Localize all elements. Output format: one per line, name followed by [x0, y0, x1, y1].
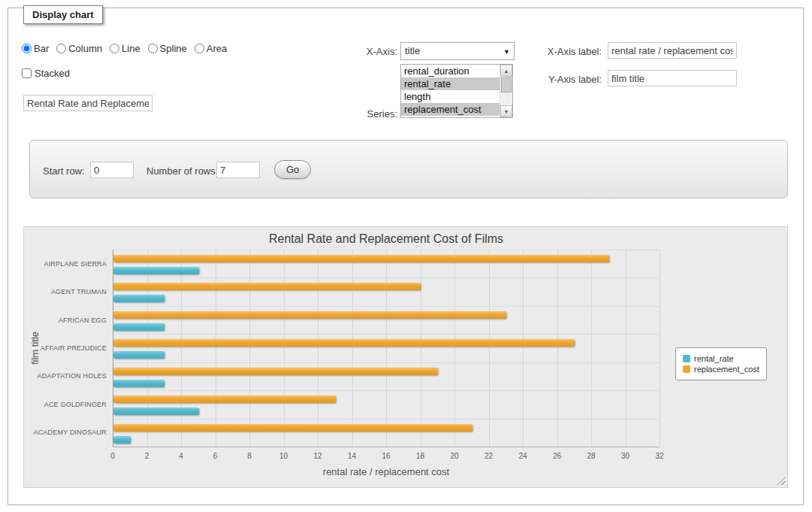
x-gridline — [181, 250, 182, 447]
listbox-scrollbar[interactable]: ▲ ▼ — [500, 65, 512, 117]
x-tick-label: 2 — [136, 452, 158, 460]
x-gridline — [386, 250, 387, 447]
chart-title-input[interactable] — [23, 95, 152, 111]
bar-replacement_cost[interactable] — [113, 311, 506, 319]
x-tick-label: 24 — [512, 452, 534, 460]
chart-x-axis-title: rental rate / replacement cost — [113, 466, 660, 477]
scroll-up-icon[interactable]: ▲ — [500, 65, 512, 77]
legend-swatch-rental_rate — [683, 355, 690, 362]
chart-type-option-line[interactable]: Line — [110, 43, 140, 54]
go-button[interactable]: Go — [274, 160, 311, 179]
y-gridline — [113, 250, 660, 250]
bar-rental_rate[interactable] — [113, 351, 165, 359]
x-axis-line — [113, 447, 660, 447]
series-option-replacement_cost[interactable]: replacement_cost — [401, 103, 500, 116]
series-option-rental_rate[interactable]: rental_rate — [401, 77, 500, 90]
start-row-input[interactable] — [90, 162, 134, 178]
y-gridline — [113, 277, 660, 278]
x-gridline — [523, 250, 524, 447]
x-tick-label: 0 — [101, 452, 124, 460]
bar-rental_rate[interactable] — [113, 380, 165, 387]
x-tick-label: 12 — [306, 452, 329, 460]
x-gridline — [421, 250, 421, 447]
chart-type-radio-bar[interactable] — [22, 44, 32, 53]
stacked-option[interactable]: Stacked — [22, 68, 70, 79]
x-tick-label: 4 — [170, 452, 192, 460]
legend-swatch-replacement_cost — [683, 365, 690, 373]
category-label: AFFAIR PREJUDICE — [24, 344, 107, 352]
x-gridline — [249, 250, 250, 447]
chart-type-option-spline[interactable]: Spline — [148, 43, 187, 54]
x-axis-label-input[interactable] — [608, 42, 737, 59]
legend-item-rental_rate[interactable]: rental_rate — [683, 354, 759, 363]
chart-type-option-bar[interactable]: Bar — [22, 43, 49, 54]
series-option-rental_duration[interactable]: rental_duration — [401, 65, 500, 77]
chart-title: Rental Rate and Replacement Cost of Film… — [113, 232, 660, 246]
bar-rental_rate[interactable] — [113, 407, 199, 415]
start-row-label: Start row: — [43, 165, 85, 177]
category-label: ACE GOLDFINGER — [24, 401, 107, 408]
x-axis-select-label: X-Axis: — [339, 46, 397, 57]
legend-item-replacement_cost[interactable]: replacement_cost — [683, 365, 759, 374]
chart-type-radio-line[interactable] — [110, 44, 119, 53]
x-gridline — [216, 250, 216, 447]
x-tick-label: 18 — [409, 452, 432, 460]
chart-type-option-label: Line — [122, 43, 140, 54]
x-gridline — [454, 250, 455, 447]
y-gridline — [113, 390, 660, 391]
chart-type-radio-column[interactable] — [56, 44, 66, 53]
bar-rental_rate[interactable] — [113, 295, 165, 302]
y-gridline — [113, 306, 660, 307]
x-tick-label: 14 — [341, 452, 364, 460]
y-gridline — [113, 362, 660, 363]
resize-handle-icon[interactable] — [777, 477, 785, 485]
chart-type-option-label: Bar — [34, 43, 49, 54]
stacked-label: Stacked — [35, 68, 70, 79]
chart-type-radio-area[interactable] — [195, 44, 204, 53]
scroll-down-icon[interactable]: ▼ — [500, 105, 512, 117]
x-tick-label: 10 — [273, 452, 295, 460]
x-gridline — [489, 250, 490, 447]
category-label: AFRICAN EGG — [24, 317, 107, 324]
series-label: Series: — [339, 108, 397, 120]
bar-replacement_cost[interactable] — [113, 283, 421, 290]
series-option-length[interactable]: length — [401, 90, 500, 103]
bar-replacement_cost[interactable] — [113, 339, 575, 347]
series-listbox[interactable]: rental_durationrental_ratelengthreplacem… — [400, 64, 513, 118]
x-tick-label: 16 — [375, 452, 397, 460]
y-gridline — [113, 419, 660, 420]
y-axis-label-input[interactable] — [608, 70, 737, 86]
x-gridline — [284, 250, 285, 447]
x-axis-select[interactable]: title ▼ — [400, 42, 515, 60]
series-options: rental_durationrental_ratelengthreplacem… — [401, 65, 500, 117]
x-gridline — [591, 250, 592, 447]
x-gridline — [626, 250, 626, 447]
x-axis-select-value: title — [405, 45, 420, 56]
number-of-rows-input[interactable] — [216, 162, 260, 178]
chart-legend: rental_ratereplacement_cost — [675, 347, 767, 380]
bar-rental_rate[interactable] — [113, 267, 199, 274]
bar-replacement_cost[interactable] — [113, 424, 472, 432]
bar-rental_rate[interactable] — [113, 436, 131, 444]
y-gridline — [113, 334, 660, 335]
chart-type-option-label: Column — [68, 43, 102, 54]
bar-replacement_cost[interactable] — [113, 395, 336, 403]
x-tick-label: 22 — [478, 452, 500, 460]
x-tick-label: 20 — [443, 452, 466, 460]
display-chart-panel: Display chart BarColumnLineSplineArea St… — [8, 8, 804, 505]
x-tick-label: 32 — [648, 452, 671, 460]
chart-type-option-area[interactable]: Area — [195, 43, 227, 54]
chart-type-radio-spline[interactable] — [148, 44, 158, 53]
stacked-checkbox[interactable] — [22, 68, 32, 78]
y-axis-line — [113, 250, 113, 447]
category-label: AGENT TRUMAN — [24, 288, 107, 295]
chart-container: Rental Rate and Replacement Cost of Film… — [23, 226, 788, 488]
chart-type-option-column[interactable]: Column — [56, 43, 102, 54]
bar-replacement_cost[interactable] — [113, 255, 609, 262]
scrollbar-thumb[interactable] — [501, 77, 512, 92]
bar-replacement_cost[interactable] — [113, 368, 438, 375]
x-gridline — [352, 250, 353, 447]
number-of-rows-label: Number of rows: — [146, 165, 218, 177]
x-gridline — [660, 250, 660, 447]
bar-rental_rate[interactable] — [113, 323, 165, 331]
